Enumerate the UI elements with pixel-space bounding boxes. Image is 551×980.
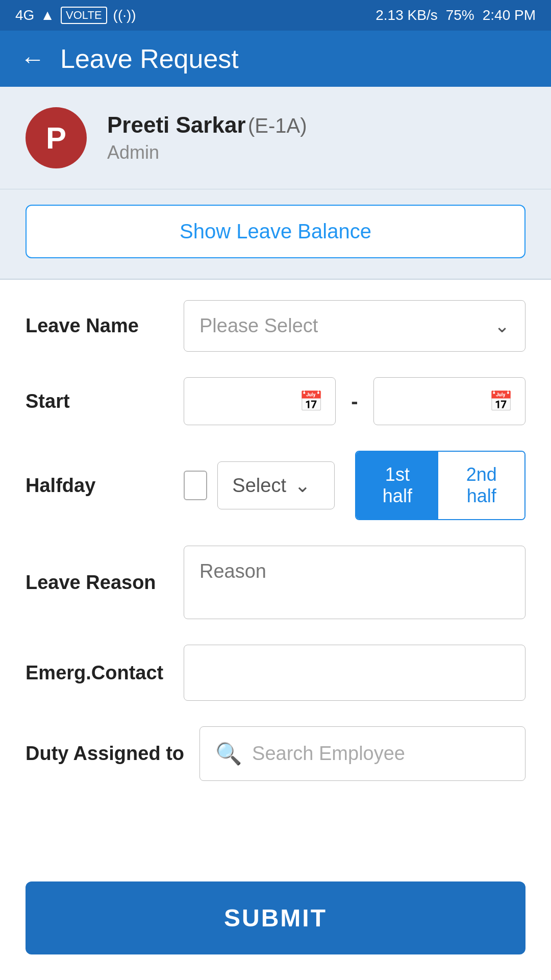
network-speed: 2.13 KB/s [375,7,437,23]
halfday-select-label: Select [232,475,286,497]
calendar-icon-2: 📅 [489,390,513,412]
status-left: 4G ▲ VOLTE ((·)) [15,7,136,24]
leave-reason-input[interactable] [184,546,525,619]
leave-balance-section: Show Leave Balance [0,189,551,280]
start-date-from[interactable]: 📅 [184,377,336,425]
network-indicator: 4G [15,7,34,23]
second-half-button[interactable]: 2nd half [438,452,524,519]
user-role: Admin [107,142,307,163]
start-date-row: Start 📅 - 📅 [26,377,525,425]
date-separator: - [346,390,363,413]
user-name-row: Preeti Sarkar (E-1A) [107,112,307,138]
battery-indicator: 75% [446,7,474,23]
header: ← Leave Request [0,31,551,87]
duty-assigned-label: Duty Assigned to [26,743,184,765]
duty-assigned-control: 🔍 Search Employee [199,726,525,781]
search-employee-input[interactable]: 🔍 Search Employee [199,726,525,781]
calendar-icon: 📅 [299,390,323,412]
user-card: P Preeti Sarkar (E-1A) Admin [0,87,551,189]
user-info: Preeti Sarkar (E-1A) Admin [107,112,307,163]
first-half-button[interactable]: 1st half [356,452,438,519]
avatar: P [26,107,87,168]
start-date-control: 📅 - 📅 [184,377,525,425]
chevron-down-icon: ⌄ [494,315,510,337]
emerg-contact-control [184,645,525,701]
submit-section: SUBMIT [0,866,551,980]
emerg-contact-label: Emerg.Contact [26,662,168,684]
signal-icon: ▲ [40,7,55,23]
halfday-row: Halfday Select ⌄ 1st half 2nd half [26,451,525,520]
submit-button[interactable]: SUBMIT [26,881,525,954]
search-employee-placeholder: Search Employee [252,743,405,765]
status-right: 2.13 KB/s 75% 2:40 PM [375,7,536,23]
emerg-contact-input[interactable] [184,645,525,701]
leave-name-label: Leave Name [26,315,168,337]
user-id-text: (E-1A) [248,114,307,137]
start-date-to[interactable]: 📅 [373,377,525,425]
halfday-control: Select ⌄ 1st half 2nd half [184,451,525,520]
leave-name-control: Please Select ⌄ [184,300,525,352]
duty-assigned-row: Duty Assigned to 🔍 Search Employee [26,726,525,781]
status-bar: 4G ▲ VOLTE ((·)) 2.13 KB/s 75% 2:40 PM [0,0,551,31]
halfday-checkbox[interactable] [184,471,207,500]
leave-name-placeholder: Please Select [199,315,318,337]
form-section: Leave Name Please Select ⌄ Start 📅 - 📅 H… [0,280,551,866]
search-icon: 🔍 [215,741,242,766]
start-label: Start [26,390,168,412]
show-leave-balance-button[interactable]: Show Leave Balance [26,205,525,258]
halfday-label: Halfday [26,475,168,497]
leave-name-row: Leave Name Please Select ⌄ [26,300,525,352]
leave-name-dropdown[interactable]: Please Select ⌄ [184,300,525,352]
wifi-icon: ((·)) [113,7,136,23]
emerg-contact-row: Emerg.Contact [26,645,525,701]
volte-badge: VOLTE [61,7,107,24]
halfday-wrap: Select ⌄ 1st half 2nd half [184,451,525,520]
time-display: 2:40 PM [483,7,536,23]
back-button[interactable]: ← [20,45,45,73]
leave-reason-control [184,546,525,619]
leave-reason-row: Leave Reason [26,546,525,619]
halfday-chevron-icon: ⌄ [294,474,311,497]
leave-reason-label: Leave Reason [26,572,168,594]
page-title: Leave Request [60,43,239,74]
halfday-toggle-group: 1st half 2nd half [355,451,525,520]
halfday-select-dropdown[interactable]: Select ⌄ [217,461,335,509]
user-name: Preeti Sarkar [107,112,246,137]
